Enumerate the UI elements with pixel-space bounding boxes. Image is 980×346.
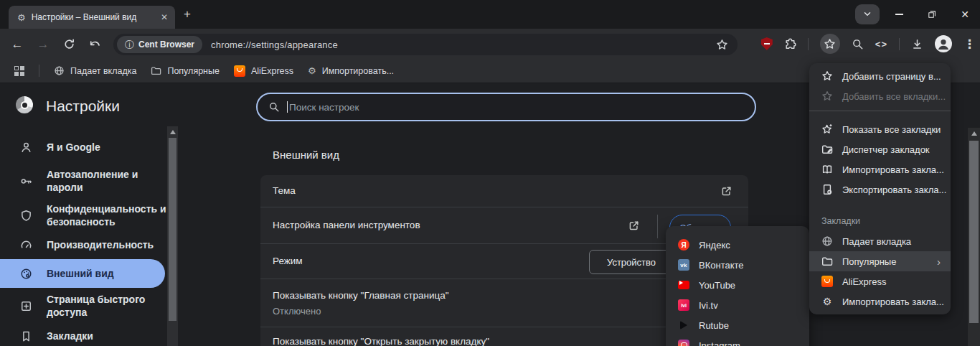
page-scrollbar[interactable] xyxy=(968,128,980,346)
submenu-item-label: Ivi.tv xyxy=(699,300,718,311)
menu-separator xyxy=(809,111,951,111)
aliexpress-favicon xyxy=(234,65,245,77)
url-text[interactable]: chrome://settings/appearance xyxy=(211,39,338,50)
scrollbar-thumb[interactable] xyxy=(169,138,176,321)
profile-avatar[interactable] xyxy=(935,35,952,52)
document-gear-icon xyxy=(821,184,833,195)
sidebar-item-autofill[interactable]: Автозаполнение и пароли xyxy=(0,165,167,197)
active-tab[interactable]: ⚙ Настройки – Внешний вид ✕ xyxy=(9,6,175,29)
bookmarks-bar-separator xyxy=(39,65,39,77)
sidebar-item-appearance[interactable]: Внешний вид xyxy=(0,259,165,288)
submenu-item-youtube[interactable]: YouTube xyxy=(666,275,809,295)
row-separator xyxy=(657,215,658,238)
sidebar-item-you-and-google[interactable]: Я и Google xyxy=(0,136,167,158)
bookmark-item-import[interactable]: ⚙ Импортировать... xyxy=(308,66,394,76)
submenu-item-rutube[interactable]: Rutube xyxy=(666,315,809,335)
devtools-code-icon[interactable]: <> xyxy=(875,39,887,49)
star-sparkle-icon xyxy=(821,123,833,135)
page-title: Настройки xyxy=(46,98,120,115)
toolbar-custom-row-label: Настройка панели инструментов xyxy=(273,220,420,230)
aliexpress-favicon xyxy=(821,276,833,287)
bookmarks-menu-button[interactable] xyxy=(820,34,840,54)
chevron-right-icon: › xyxy=(937,256,941,267)
menu-item-aliexpress[interactable]: AliExpress xyxy=(809,271,951,291)
person-icon xyxy=(935,35,952,52)
sidebar-item-privacy[interactable]: Конфиденциальность и безопасность xyxy=(0,200,167,231)
menu-item-import-bookmarks[interactable]: Импортировать закла... xyxy=(809,159,951,179)
menu-item-bookmark-site[interactable]: Падает вкладка xyxy=(809,231,951,251)
sidebar-scrollbar[interactable] xyxy=(167,126,178,346)
rutube-favicon xyxy=(678,321,689,329)
restore-button[interactable] xyxy=(921,4,943,24)
row-divider xyxy=(260,207,748,207)
submenu-item-ivi[interactable]: ivi Ivi.tv xyxy=(666,295,809,315)
tab-title: Настройки – Внешний вид xyxy=(32,12,155,22)
instagram-favicon xyxy=(678,340,689,346)
tab-bar: ⚙ Настройки – Внешний вид ✕ + ✕ xyxy=(0,0,980,29)
bookmark-item-folder[interactable]: Популярные xyxy=(151,65,220,76)
bookmark-item-site[interactable]: Падает вкладка xyxy=(54,65,136,76)
settings-gear-favicon-icon: ⚙ xyxy=(17,13,26,22)
globe-icon xyxy=(821,235,833,247)
menu-item-popular-folder[interactable]: Популярные › xyxy=(809,251,951,271)
menu-section-label: Закладки xyxy=(821,216,860,226)
submenu-item-instagram[interactable]: Instagram xyxy=(666,335,809,346)
menu-item-import-bookmark[interactable]: ⚙ Импортировать закла... xyxy=(809,291,951,312)
external-link-icon[interactable] xyxy=(720,185,732,197)
sidebar-item-label: Конфиденциальность и безопасность xyxy=(47,202,167,228)
shield-icon xyxy=(19,210,33,222)
sidebar-item-bookmarks[interactable]: Закладки xyxy=(0,325,167,346)
scroll-up-arrow-icon[interactable] xyxy=(170,130,176,134)
close-window-button[interactable]: ✕ xyxy=(954,4,976,24)
scrollbar-thumb[interactable] xyxy=(969,141,979,323)
site-info-chip[interactable]: ⓘ Cent Browser xyxy=(117,36,202,53)
sidebar-item-quick-access[interactable]: Страница быстрого доступа xyxy=(0,290,167,322)
sidebar-item-performance[interactable]: Производительность xyxy=(0,234,167,256)
bookmark-icon xyxy=(19,330,33,342)
toolbar-separator xyxy=(899,38,900,50)
search-input[interactable] xyxy=(289,102,755,113)
bookmark-star-icon[interactable] xyxy=(716,39,728,51)
forward-button[interactable]: → xyxy=(34,38,52,50)
extensions-puzzle-icon[interactable] xyxy=(784,38,796,50)
text-caret xyxy=(287,101,288,113)
key-icon xyxy=(19,175,33,187)
apps-grid-icon[interactable] xyxy=(14,66,24,76)
minimize-button[interactable] xyxy=(888,4,910,24)
folder-icon xyxy=(821,256,833,267)
menu-item-add-page[interactable]: Добавить страницу в... xyxy=(809,66,951,86)
downloads-button[interactable] xyxy=(911,38,923,50)
menu-item-label: Диспетчер закладок xyxy=(842,144,930,155)
menu-item-show-all-bookmarks[interactable]: Показать все закладки xyxy=(809,119,951,139)
bookmarks-menu: Добавить страницу в... Добавить все вкла… xyxy=(809,63,951,314)
theme-row-label: Тема xyxy=(273,185,296,196)
bookmark-item-aliexpress[interactable]: AliExpress xyxy=(234,65,293,77)
browser-menu-dots-button[interactable]: ⋮ xyxy=(963,38,976,50)
menu-item-label: Падает вкладка xyxy=(842,236,911,247)
new-tab-button[interactable]: + xyxy=(184,8,191,20)
submenu-item-vk[interactable]: vk ВКонтакте xyxy=(666,255,809,275)
menu-item-add-all-tabs[interactable]: Добавить все вкладки... xyxy=(809,86,951,106)
settings-search-box[interactable] xyxy=(256,93,756,121)
browser-menu-chevron-button[interactable] xyxy=(855,4,880,24)
info-icon: ⓘ xyxy=(125,40,134,50)
undo-gesture-button[interactable] xyxy=(86,38,103,50)
scroll-up-arrow-icon[interactable] xyxy=(971,131,977,136)
adblock-shield-icon[interactable] xyxy=(761,37,773,50)
find-button[interactable] xyxy=(852,38,864,50)
bookmark-label: Падает вкладка xyxy=(70,66,136,76)
omnibox[interactable]: ⓘ Cent Browser chrome://settings/appeara… xyxy=(113,34,738,55)
browser-window: ⚙ Настройки – Внешний вид ✕ + ✕ ← → ⓘ Ce… xyxy=(0,0,980,346)
reload-icon xyxy=(63,38,75,50)
book-icon xyxy=(821,164,833,175)
back-button[interactable]: ← xyxy=(9,38,26,50)
menu-item-export-bookmarks[interactable]: Экспортировать закла... xyxy=(809,179,951,200)
menu-item-bookmark-manager[interactable]: Диспетчер закладок xyxy=(809,139,951,159)
tab-close-icon[interactable]: ✕ xyxy=(161,13,168,22)
folder-icon xyxy=(151,65,161,76)
external-link-icon[interactable] xyxy=(628,220,640,232)
submenu-item-yandex[interactable]: Я Яндекс xyxy=(666,235,809,255)
restore-icon xyxy=(927,9,937,19)
reload-button[interactable] xyxy=(60,38,77,50)
menu-item-label: Импортировать закла... xyxy=(842,164,944,175)
